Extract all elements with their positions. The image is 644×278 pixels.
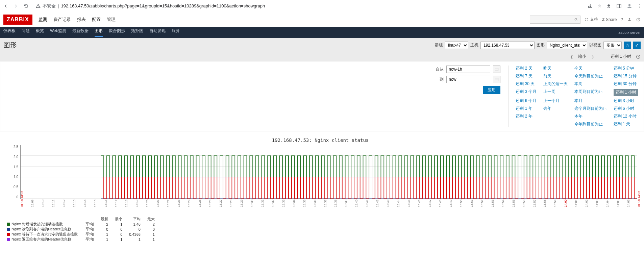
x-tick: 13:59	[553, 199, 557, 207]
time-preset-link[interactable]: 今年到目前为止	[574, 121, 607, 127]
legend-row: Nginx 对后端发起的活动连接数[平均]211.462	[3, 222, 158, 227]
time-preset-link[interactable]: 还剩 1 小时	[614, 89, 638, 96]
time-preset-link[interactable]: 还剩 5 分钟	[614, 66, 638, 71]
forward-button[interactable]	[13, 3, 19, 9]
time-preset-link[interactable]: 上一周	[543, 89, 568, 96]
main-menu-item[interactable]: 管理	[107, 17, 116, 23]
x-tick: 13:58	[543, 199, 546, 207]
time-preset-link[interactable]: 本年	[574, 113, 607, 119]
time-preset-link[interactable]: 还剩 3 个月	[516, 89, 536, 96]
fullscreen-button[interactable]: ⤢	[633, 42, 641, 49]
time-preset-link[interactable]: 还剩 3 小时	[614, 98, 638, 104]
support-link[interactable]: 支持	[585, 17, 598, 22]
help-icon[interactable]: ?	[621, 17, 623, 22]
time-preset-link[interactable]: 本月	[574, 98, 607, 104]
x-tick: 13:24	[188, 199, 191, 207]
host-select[interactable]: 192.168.47.53	[480, 42, 535, 49]
time-preset-link[interactable]: 还剩 15 分钟	[614, 73, 638, 79]
address-bar[interactable]: 不安全 | 192.168.47.50/zabbix/charts.php?pa…	[33, 3, 584, 9]
sub-menu-item[interactable]: Web监测	[50, 28, 66, 37]
time-preset-link[interactable]: 本周到目前为止	[574, 89, 607, 96]
time-preset-link[interactable]: 还剩 6 个月	[516, 98, 536, 104]
time-preset-link[interactable]: 这个月到目前为止	[574, 106, 607, 111]
main-menu-item[interactable]: 配置	[92, 17, 101, 23]
profile-icon[interactable]	[626, 3, 633, 9]
view-select[interactable]: 图形	[603, 42, 622, 49]
time-preset-link[interactable]: 还剩 1 天	[614, 121, 638, 127]
time-prev-button[interactable]: ❮	[570, 54, 573, 59]
time-preset-link[interactable]: 上一个月	[543, 98, 568, 104]
sub-menu-item[interactable]: 最新数据	[72, 28, 89, 37]
main-menu-item[interactable]: 报表	[77, 17, 86, 23]
time-preset-link[interactable]: 还剩 30 分钟	[614, 81, 638, 87]
chart-container: 192.168.47.53: Nginx_client_status 2.52.…	[0, 134, 644, 245]
y-tick: 1.5	[14, 165, 18, 169]
time-next-button[interactable]: ❯	[591, 54, 594, 59]
clock-icon[interactable]	[636, 54, 641, 59]
from-calendar-button[interactable]	[493, 66, 500, 73]
zoom-out-button[interactable]: 缩小	[578, 54, 586, 59]
chart-plot[interactable]	[20, 145, 637, 199]
time-preset-link[interactable]: 今天	[574, 66, 607, 71]
apply-button[interactable]: 应用	[483, 86, 500, 94]
x-tick: 13:47	[428, 199, 431, 207]
time-preset-link[interactable]: 去年	[543, 106, 568, 111]
sub-menu-item[interactable]: 聚合图形	[109, 28, 125, 37]
sub-menu-item[interactable]: 拓扑图	[131, 28, 143, 37]
x-tick: 13:30	[250, 199, 254, 207]
x-tick: 13:21	[156, 199, 159, 207]
sub-menu-item[interactable]: 图形	[95, 28, 103, 37]
time-preset-link[interactable]: 前天	[543, 73, 568, 79]
back-button[interactable]	[3, 3, 9, 9]
search-input[interactable]	[530, 16, 580, 24]
sub-menu-item[interactable]: 仪表板	[3, 28, 16, 37]
user-icon[interactable]	[627, 17, 632, 22]
x-tick: 13:19	[135, 199, 139, 207]
to-calendar-button[interactable]	[493, 76, 500, 83]
main-menu: 监测资产记录报表配置管理	[39, 17, 116, 23]
to-input[interactable]	[446, 76, 490, 83]
extensions-icon[interactable]	[606, 3, 612, 9]
graph-select[interactable]: Nginx_client_status	[547, 42, 587, 49]
time-preset-link[interactable]: 还剩 1 年	[516, 106, 536, 111]
main-menu-item[interactable]: 资产记录	[53, 17, 71, 23]
legend-row: Nginx 读取到客户端的Header信息数[平均]0000	[3, 227, 158, 232]
time-preset-link[interactable]: 今天到目前为止	[574, 73, 607, 79]
x-tick: 13:20	[146, 199, 149, 207]
zabbix-logo[interactable]: ZABBIX	[3, 15, 32, 25]
main-menu-item[interactable]: 监测	[39, 17, 47, 23]
y-tick: 2.0	[14, 155, 18, 159]
time-preset-link[interactable]: 还剩 6 小时	[614, 106, 638, 111]
x-tick-start: 04-18 13:07	[20, 191, 24, 207]
menu-icon[interactable]: ⋮	[637, 4, 641, 8]
time-preset-link[interactable]: 还剩 12 小时	[614, 113, 638, 119]
to-label: 到	[440, 77, 444, 82]
x-tick: 13:28	[229, 199, 233, 207]
sub-menu-item[interactable]: 问题	[22, 28, 30, 37]
group-select[interactable]: linux47	[445, 42, 468, 49]
share-icon[interactable]	[588, 3, 593, 9]
x-tick: 14:00	[564, 199, 567, 207]
panel-icon[interactable]	[616, 3, 622, 9]
x-tick: 13:22	[167, 199, 170, 207]
favorite-button[interactable]: ☆	[624, 42, 631, 49]
time-preset-link[interactable]: 本周	[574, 81, 607, 87]
share-link[interactable]: ZShare	[602, 17, 617, 22]
time-preset-link[interactable]: 还剩 2 天	[516, 66, 536, 71]
x-tick: 14:03	[595, 199, 599, 207]
time-preset-link[interactable]: 还剩 2 年	[516, 113, 536, 119]
time-preset-link[interactable]: 还剩 30 天	[516, 81, 536, 87]
star-icon[interactable]: ☆	[598, 4, 601, 8]
sub-menu-item[interactable]: 概览	[36, 28, 44, 37]
time-preset-link[interactable]: 上周的这一天	[543, 81, 568, 87]
power-icon[interactable]	[636, 17, 641, 22]
svg-rect-0	[617, 4, 621, 8]
sub-menu-item[interactable]: 自动发现	[149, 28, 166, 37]
sub-menu-item[interactable]: 服务	[172, 28, 180, 37]
time-preset-link[interactable]: 昨天	[543, 66, 568, 71]
time-presets: 还剩 2 天昨天今天还剩 5 分钟还剩 7 天前天今天到目前为止还剩 15 分钟…	[509, 66, 638, 127]
reload-button[interactable]	[23, 3, 29, 9]
from-input[interactable]	[446, 66, 490, 73]
time-preset-link[interactable]: 还剩 7 天	[516, 73, 536, 79]
zabbix-header: ZABBIX 监测资产记录报表配置管理 支持 ZShare ?	[0, 12, 644, 27]
